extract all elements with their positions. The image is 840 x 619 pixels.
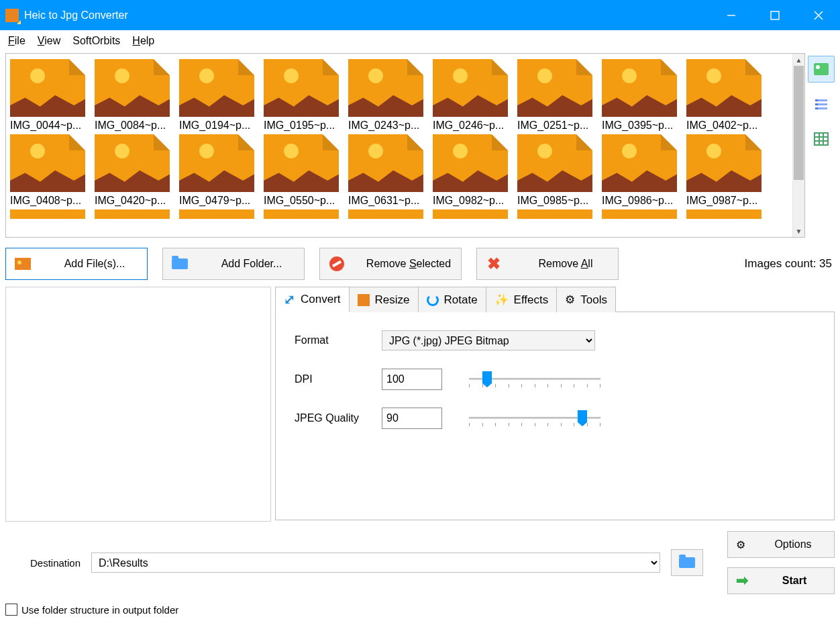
gear-icon: ⚙: [565, 293, 575, 307]
gallery-scrollbar[interactable]: ▲ ▼: [792, 54, 804, 237]
use-folder-structure-label: Use folder structure in output folder: [21, 604, 178, 616]
thumbnail-item[interactable]: IMG_0408~p...: [10, 134, 85, 207]
tab-convert[interactable]: ⤢Convert: [275, 287, 350, 312]
images-count: Images count: 35: [745, 257, 835, 271]
scroll-up-icon[interactable]: ▲: [793, 54, 804, 66]
tab-rotate-label: Rotate: [444, 293, 478, 307]
thumbnail-image: [686, 134, 762, 192]
thumbnail-item[interactable]: IMG_0084~p...: [95, 59, 170, 132]
thumbnail-item[interactable]: [95, 209, 170, 219]
thumbnail-image: [264, 59, 339, 117]
thumbnail-item[interactable]: IMG_0986~p...: [602, 134, 677, 207]
thumbnail-item[interactable]: IMG_0243~p...: [348, 59, 423, 132]
dpi-label: DPI: [295, 373, 382, 385]
add-folder-button[interactable]: Add Folder...: [162, 248, 305, 280]
tab-effects[interactable]: ✨Effects: [486, 287, 558, 312]
thumbnail-item[interactable]: IMG_0550~p...: [264, 134, 339, 207]
thumbnail-item[interactable]: IMG_0420~p...: [95, 134, 170, 207]
remove-all-label: Remove All: [521, 258, 610, 270]
add-files-label: Add File(s)...: [50, 258, 139, 270]
thumbnail-image: [10, 209, 85, 219]
use-folder-structure-checkbox[interactable]: [5, 604, 17, 616]
thumbnail-item[interactable]: IMG_0985~p...: [517, 134, 592, 207]
thumbnail-label: IMG_0044~p...: [10, 120, 85, 132]
thumbnail-item[interactable]: [348, 209, 423, 219]
thumbnail-label: IMG_0987~p...: [686, 195, 762, 207]
thumbnail-item[interactable]: [686, 209, 762, 219]
thumbnail-label: IMG_0982~p...: [433, 195, 508, 207]
titlebar: Heic to Jpg Converter: [0, 0, 840, 30]
menu-file[interactable]: File: [3, 33, 31, 49]
remove-all-button[interactable]: ✖ Remove All: [476, 248, 619, 280]
thumbnail-image: [686, 209, 762, 219]
thumbnail-item[interactable]: IMG_0479~p...: [179, 134, 254, 207]
scroll-down-icon[interactable]: ▼: [793, 225, 804, 237]
thumbnail-item[interactable]: IMG_0982~p...: [433, 134, 508, 207]
menu-softorbits[interactable]: SoftOrbits: [67, 33, 125, 49]
minimize-button[interactable]: [709, 0, 753, 30]
view-list-button[interactable]: [808, 91, 835, 117]
thumbnail-image: [179, 134, 254, 192]
window-title: Heic to Jpg Converter: [24, 9, 128, 21]
thumbnail-image: [686, 59, 762, 117]
view-details-button[interactable]: [808, 126, 835, 152]
tab-rotate[interactable]: Rotate: [419, 287, 486, 312]
thumbnail-item[interactable]: [433, 209, 508, 219]
menu-view[interactable]: View: [32, 33, 66, 49]
format-label: Format: [295, 334, 382, 346]
maximize-button[interactable]: [753, 0, 796, 30]
format-select[interactable]: JPG (*.jpg) JPEG Bitmap: [382, 330, 595, 350]
quality-slider-handle[interactable]: [578, 410, 587, 422]
thumbnail-item[interactable]: [602, 209, 677, 219]
thumbnail-item[interactable]: IMG_0195~p...: [264, 59, 339, 132]
thumbnail-item[interactable]: IMG_0044~p...: [10, 59, 85, 132]
tab-convert-label: Convert: [301, 293, 341, 306]
quality-slider[interactable]: [469, 410, 600, 426]
thumbnail-label: IMG_0194~p...: [179, 120, 254, 132]
thumbnail-label: IMG_0402~p...: [686, 120, 762, 132]
thumbnail-label: IMG_0479~p...: [179, 195, 254, 207]
tabs: ⤢Convert Resize Rotate ✨Effects ⚙Tools: [275, 287, 835, 312]
scroll-thumb[interactable]: [794, 66, 804, 180]
thumbnail-image: [348, 59, 423, 117]
dpi-slider-handle[interactable]: [482, 371, 492, 383]
close-button[interactable]: [796, 0, 840, 30]
convert-panel: Format JPG (*.jpg) JPEG Bitmap DPI JPEG …: [275, 312, 835, 520]
thumbnail-label: IMG_0420~p...: [95, 195, 170, 207]
thumbnail-item[interactable]: [10, 209, 85, 219]
thumbnail-item[interactable]: [179, 209, 254, 219]
browse-destination-button[interactable]: [671, 549, 703, 576]
tab-resize[interactable]: Resize: [350, 287, 419, 312]
thumbnail-item[interactable]: IMG_0395~p...: [602, 59, 677, 132]
dpi-input[interactable]: [382, 369, 442, 390]
thumbnail-item[interactable]: IMG_0402~p...: [686, 59, 762, 132]
thumbnail-item[interactable]: IMG_0251~p...: [517, 59, 592, 132]
thumbnail-item[interactable]: IMG_0987~p...: [686, 134, 762, 207]
tab-tools[interactable]: ⚙Tools: [557, 287, 616, 312]
remove-icon: [329, 256, 344, 271]
thumbnail-item[interactable]: IMG_0246~p...: [433, 59, 508, 132]
options-button[interactable]: ⚙ Options: [727, 531, 835, 558]
dpi-slider[interactable]: [469, 371, 600, 387]
thumbnail-item[interactable]: IMG_0194~p...: [179, 59, 254, 132]
view-thumbnails-button[interactable]: [808, 56, 835, 83]
thumbnail-label: IMG_0986~p...: [602, 195, 677, 207]
start-button[interactable]: ➡ Start: [727, 567, 835, 594]
thumbnail-label: IMG_0243~p...: [348, 120, 423, 132]
preview-panel: [5, 287, 271, 522]
menu-help[interactable]: Help: [127, 33, 160, 49]
quality-input[interactable]: [382, 408, 442, 429]
add-files-button[interactable]: Add File(s)...: [5, 248, 148, 280]
app-icon: [5, 9, 19, 22]
thumbnail-image: [602, 209, 677, 219]
arrow-right-icon: ➡: [736, 572, 748, 589]
thumbnail-item[interactable]: [264, 209, 339, 219]
thumbnail-image: [348, 134, 423, 192]
thumbnail-item[interactable]: IMG_0631~p...: [348, 134, 423, 207]
thumbnail-label: IMG_0985~p...: [517, 195, 592, 207]
x-icon: ✖: [485, 256, 503, 271]
thumbnail-image: [179, 59, 254, 117]
thumbnail-item[interactable]: [517, 209, 592, 219]
destination-select[interactable]: D:\Results: [91, 553, 660, 573]
remove-selected-button[interactable]: Remove Selected: [319, 248, 462, 280]
